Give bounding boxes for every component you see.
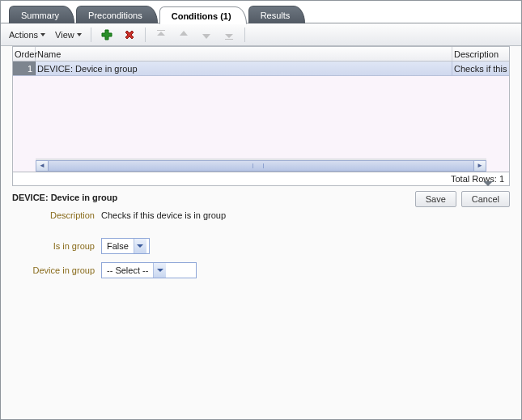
detail-pane: Save Cancel DEVICE: Device in group Desc… [1, 186, 521, 285]
x-icon [123, 28, 136, 41]
chevron-down-icon [153, 263, 166, 278]
view-menu[interactable]: View [52, 27, 85, 43]
actions-menu[interactable]: Actions [6, 27, 49, 43]
caret-down-icon [77, 33, 82, 36]
horizontal-scrollbar[interactable]: ◄ ► [36, 159, 486, 172]
total-rows-label: Total Rows: 1 [451, 174, 504, 184]
add-button[interactable] [97, 27, 117, 43]
tab-preconditions[interactable]: Preconditions [76, 6, 158, 23]
chevron-down-icon [134, 239, 146, 253]
col-order[interactable]: Order [13, 47, 36, 61]
arrow-down-icon [200, 28, 213, 41]
plus-icon [100, 28, 113, 41]
tab-results[interactable]: Results [248, 6, 306, 23]
grid-footer: Total Rows: 1 [12, 172, 510, 186]
cancel-button[interactable]: Cancel [461, 191, 510, 207]
grid-empty-area [13, 76, 509, 159]
delete-button[interactable] [120, 27, 139, 43]
move-up-button[interactable] [174, 27, 193, 43]
cell-name: DEVICE: Device in group [36, 62, 452, 75]
isingroup-value: False [102, 241, 134, 251]
isingroup-select[interactable]: False [101, 238, 150, 254]
devicegroup-label: Device in group [12, 265, 101, 275]
caret-down-icon [40, 33, 45, 36]
col-description[interactable]: Description [452, 47, 509, 61]
cell-order: 1 [13, 62, 36, 75]
tab-conditions[interactable]: Conditions (1) [159, 6, 247, 24]
isingroup-label: Is in group [12, 241, 101, 251]
table-row[interactable]: 1 DEVICE: Device in group Checks if this… [13, 62, 509, 76]
arrow-top-icon [155, 28, 168, 41]
cell-description: Checks if this dev [452, 62, 509, 75]
arrow-bottom-icon [223, 28, 236, 41]
grid: Order Name Description 1 DEVICE: Device … [12, 46, 510, 172]
actions-label: Actions [9, 30, 38, 40]
grid-header: Order Name Description [13, 47, 509, 62]
description-value: Checks if this device is in group [101, 210, 226, 220]
tabstrip: Summary Preconditions Conditions (1) Res… [1, 1, 521, 23]
scroll-track[interactable] [49, 160, 473, 172]
tab-summary[interactable]: Summary [9, 6, 74, 23]
scroll-right-icon[interactable]: ► [473, 160, 486, 172]
move-bottom-button[interactable] [219, 27, 239, 43]
devicegroup-select[interactable]: -- Select -- [101, 262, 197, 278]
view-label: View [55, 30, 74, 40]
devicegroup-value: -- Select -- [102, 265, 153, 275]
separator [91, 28, 91, 42]
move-down-button[interactable] [197, 27, 216, 43]
separator [244, 28, 245, 42]
description-label: Description [12, 210, 101, 220]
panel: Summary Preconditions Conditions (1) Res… [0, 0, 522, 420]
separator [145, 28, 146, 42]
arrow-up-icon [177, 28, 190, 41]
scroll-left-icon[interactable]: ◄ [36, 160, 49, 172]
col-name[interactable]: Name [36, 47, 452, 61]
move-top-button[interactable] [151, 27, 171, 43]
save-button[interactable]: Save [415, 191, 456, 207]
toolbar: Actions View [1, 23, 521, 46]
